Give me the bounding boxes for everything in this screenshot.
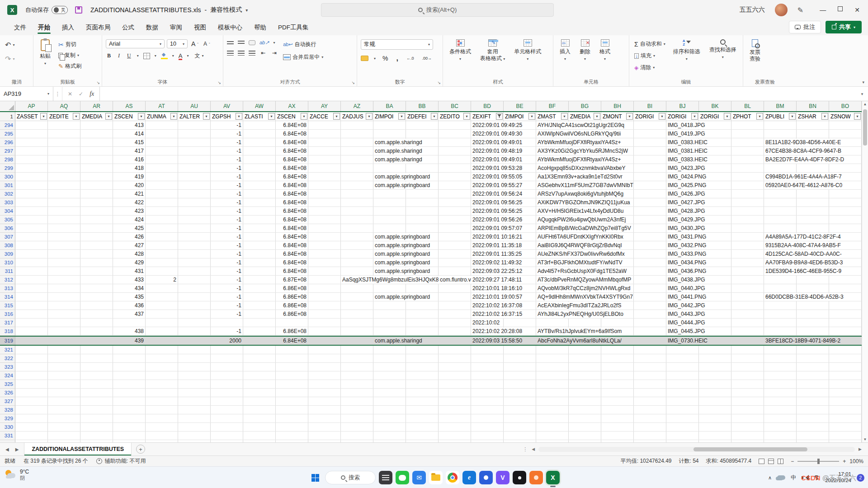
pen-tool-icon[interactable]: ✎ xyxy=(797,6,803,14)
row-header-312[interactable]: 312 xyxy=(0,276,15,284)
filter-dropdown-icon[interactable]: ▼ xyxy=(691,113,698,120)
cell[interactable] xyxy=(15,121,48,130)
cell[interactable] xyxy=(178,337,211,345)
cell[interactable] xyxy=(80,147,113,155)
cell[interactable] xyxy=(178,224,211,233)
cell[interactable] xyxy=(48,181,80,190)
cell[interactable]: 6.84E+08 xyxy=(276,241,308,250)
cell[interactable]: 6.86E+08 xyxy=(276,284,308,293)
cell[interactable] xyxy=(48,190,80,198)
align-middle-icon[interactable] xyxy=(238,41,245,45)
cell[interactable]: -1 xyxy=(211,207,243,216)
format-painter-button[interactable]: ✎格式刷 xyxy=(57,61,83,71)
cell[interactable] xyxy=(373,190,406,198)
cell[interactable] xyxy=(308,198,341,207)
filter-dropdown-icon[interactable]: ▼ xyxy=(659,113,665,120)
cell[interactable]: AcEAXbinIegFmu3dITZa2JRLo2fS xyxy=(536,301,666,310)
restore-button[interactable] xyxy=(838,6,843,11)
field-header-AV[interactable]: ZGPSH▼ xyxy=(211,112,243,121)
filter-dropdown-icon[interactable]: ▼ xyxy=(301,113,307,120)
cell[interactable]: 6.84E+08 xyxy=(276,233,308,241)
cell[interactable] xyxy=(15,354,862,363)
cell[interactable] xyxy=(146,216,178,224)
cell[interactable] xyxy=(341,181,373,190)
column-header-AP[interactable]: AP xyxy=(15,101,48,111)
field-header-BM[interactable]: ZPUBLI▼ xyxy=(764,112,797,121)
row-header-327[interactable]: 327 xyxy=(0,397,15,406)
row-header-317[interactable]: 317 xyxy=(0,319,15,327)
cell[interactable] xyxy=(146,147,178,155)
taskbar-app-v-app[interactable]: V xyxy=(496,471,509,484)
cell[interactable]: 416 xyxy=(113,155,146,164)
cell[interactable] xyxy=(15,363,862,371)
cell[interactable]: Aa1X3Emn93v+acka9n1eTd2St0vr xyxy=(536,173,666,181)
cell[interactable] xyxy=(80,181,113,190)
cell[interactable] xyxy=(15,216,48,224)
cell[interactable] xyxy=(373,164,406,173)
sheet-prev-icon[interactable]: ◀ xyxy=(5,447,9,452)
cell[interactable]: IMG_0423.JPG xyxy=(666,164,862,173)
cell[interactable] xyxy=(15,190,48,198)
cell[interactable]: 2022:09:01 09:49:25 xyxy=(471,121,536,130)
cell[interactable] xyxy=(15,267,48,276)
cell[interactable] xyxy=(178,310,211,319)
cell[interactable] xyxy=(146,250,178,258)
row-header-314[interactable]: 314 xyxy=(0,293,15,301)
cell[interactable]: -1 xyxy=(211,198,243,207)
cell[interactable] xyxy=(15,147,48,155)
cell[interactable] xyxy=(48,258,80,267)
cell[interactable] xyxy=(48,301,80,310)
cell[interactable]: 6.86E+08 xyxy=(276,301,308,310)
horizontal-scrollbar[interactable] xyxy=(538,447,855,452)
ribbon-collapse-icon[interactable]: ▾ xyxy=(862,80,864,84)
cell[interactable] xyxy=(178,276,211,284)
cell[interactable]: com.apple.springboard xyxy=(373,233,471,241)
wrap-text-button[interactable]: ab↩自动换行 xyxy=(282,40,325,49)
cell[interactable] xyxy=(146,224,178,233)
cell[interactable] xyxy=(48,216,80,224)
cell[interactable] xyxy=(146,293,178,301)
cell[interactable] xyxy=(341,130,373,138)
cell[interactable] xyxy=(146,258,178,267)
cell[interactable] xyxy=(146,190,178,198)
fill-button[interactable]: ↓填充▾ xyxy=(633,51,667,61)
cell[interactable]: 6.84E+08 xyxy=(276,147,308,155)
cell[interactable] xyxy=(308,301,341,310)
name-box[interactable]: AP319▾ xyxy=(0,87,53,101)
paste-button[interactable]: 粘贴 ▾ xyxy=(37,38,53,77)
cell[interactable]: -1 xyxy=(211,216,243,224)
cell[interactable] xyxy=(243,258,276,267)
cell[interactable]: 2022:09:01 09:55:05 xyxy=(471,173,536,181)
cell[interactable]: 429 xyxy=(113,258,146,267)
cell[interactable]: 6.84E+08 xyxy=(276,207,308,216)
row-header-305[interactable]: 305 xyxy=(0,216,15,224)
increase-font-button[interactable]: Aˆ xyxy=(190,39,200,48)
cell[interactable]: -1 xyxy=(211,233,243,241)
cell[interactable] xyxy=(243,173,276,181)
cell[interactable] xyxy=(80,337,113,345)
insert-function-icon[interactable]: fx xyxy=(90,90,94,98)
cell[interactable] xyxy=(243,181,276,190)
row-header-307[interactable]: 307 xyxy=(0,233,15,241)
row-header-331[interactable]: 331 xyxy=(0,432,15,440)
row-header-325[interactable]: 325 xyxy=(0,380,15,389)
cell[interactable] xyxy=(308,121,341,130)
column-header-AZ[interactable]: AZ xyxy=(341,101,373,111)
cell[interactable] xyxy=(48,284,80,293)
cell[interactable]: ARSzV7upAxwq8oki6gVtuhjbMQ6g xyxy=(536,190,666,198)
taskbar-app-mail[interactable]: ✉ xyxy=(412,471,426,484)
title-chevron-down-icon[interactable]: ▾ xyxy=(245,8,248,13)
row-header-310[interactable]: 310 xyxy=(0,258,15,267)
cell[interactable] xyxy=(178,233,211,241)
row-header-308[interactable]: 308 xyxy=(0,241,15,250)
cell[interactable] xyxy=(243,121,276,130)
cell[interactable] xyxy=(243,155,276,164)
row-header-303[interactable]: 303 xyxy=(0,198,15,207)
column-header-BH[interactable]: BH xyxy=(601,101,634,111)
cell[interactable] xyxy=(406,319,439,327)
zoom-slider-thumb[interactable] xyxy=(817,459,820,464)
cell[interactable] xyxy=(178,130,211,138)
cell[interactable] xyxy=(308,155,341,164)
cell[interactable]: IMG_0427.JPG xyxy=(666,198,862,207)
cell[interactable] xyxy=(341,301,373,310)
